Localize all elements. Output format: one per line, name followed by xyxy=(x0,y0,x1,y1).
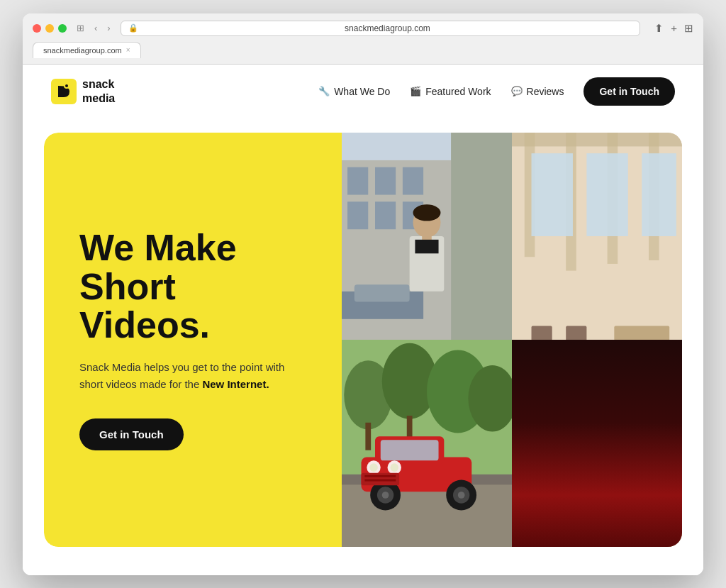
url-text: snackmediagroup.com xyxy=(143,23,633,33)
tab-bar: snackmediagroup.com × xyxy=(33,42,693,58)
svg-point-51 xyxy=(382,492,389,499)
svg-rect-13 xyxy=(354,284,410,301)
hero-image-dark xyxy=(512,340,682,547)
nav-reviews-label: Reviews xyxy=(527,86,564,97)
forward-button[interactable]: › xyxy=(104,21,113,35)
active-tab[interactable]: snackmediagroup.com × xyxy=(33,42,141,58)
film-icon: 🎬 xyxy=(410,86,421,96)
wrench-icon: 🔧 xyxy=(318,86,330,96)
svg-point-56 xyxy=(369,463,378,472)
maximize-window-button[interactable] xyxy=(58,24,67,33)
hero-section: We Make Short Videos. Snack Media helps … xyxy=(23,118,703,575)
hero-left-panel: We Make Short Videos. Snack Media helps … xyxy=(44,133,342,547)
svg-rect-31 xyxy=(586,153,627,236)
svg-rect-5 xyxy=(347,167,368,194)
tab-close-button[interactable]: × xyxy=(126,46,130,54)
svg-point-2 xyxy=(65,84,68,87)
hero-image-person xyxy=(342,133,512,340)
hero-image-grid xyxy=(342,133,682,547)
navigation: snack media 🔧 What We Do 🎬 Featured Work… xyxy=(23,65,703,118)
svg-rect-32 xyxy=(642,153,676,236)
svg-point-54 xyxy=(458,492,465,499)
svg-rect-11 xyxy=(451,133,512,340)
logo-text: snack media xyxy=(82,77,115,104)
svg-rect-60 xyxy=(364,475,396,477)
tab-label: snackmediagroup.com xyxy=(43,46,122,55)
hero-inner: We Make Short Videos. Snack Media helps … xyxy=(44,133,682,547)
lock-icon: 🔒 xyxy=(128,23,138,33)
svg-rect-42 xyxy=(365,422,371,450)
svg-rect-61 xyxy=(364,479,396,481)
nav-what-we-do-label: What We Do xyxy=(334,86,390,97)
svg-point-15 xyxy=(413,204,441,221)
share-button[interactable]: ⬆ xyxy=(654,22,664,35)
hero-image-car xyxy=(342,340,512,547)
hero-headline: We Make Short Videos. xyxy=(79,228,306,345)
hero-cta-button[interactable]: Get in Touch xyxy=(79,418,184,450)
browser-right-actions: ⬆ + ⊞ xyxy=(654,22,693,35)
minimize-window-button[interactable] xyxy=(45,24,54,33)
svg-rect-8 xyxy=(347,201,368,229)
chat-icon: 💬 xyxy=(511,86,523,96)
svg-point-58 xyxy=(390,463,398,472)
svg-rect-7 xyxy=(403,167,423,194)
back-button[interactable]: ‹ xyxy=(91,21,100,35)
svg-rect-6 xyxy=(375,167,396,194)
hero-subtext: Snack Media helps you get to the point w… xyxy=(79,359,292,393)
sidebar-toggle-button[interactable]: ⊞ xyxy=(74,21,87,35)
logo[interactable]: snack media xyxy=(51,77,115,104)
nav-featured-work[interactable]: 🎬 Featured Work xyxy=(410,86,491,97)
svg-rect-18 xyxy=(415,239,438,253)
svg-rect-9 xyxy=(375,201,396,229)
svg-rect-30 xyxy=(532,153,573,236)
site-content: snack media 🔧 What We Do 🎬 Featured Work… xyxy=(23,65,703,575)
nav-reviews[interactable]: 💬 Reviews xyxy=(511,86,564,97)
hero-subtext-bold: New Internet. xyxy=(202,378,269,390)
nav-links: 🔧 What We Do 🎬 Featured Work 💬 Reviews G… xyxy=(318,77,675,106)
nav-what-we-do[interactable]: 🔧 What We Do xyxy=(318,86,390,97)
address-bar[interactable]: 🔒 snackmediagroup.com xyxy=(121,21,641,36)
browser-window: ⊞ ‹ › 🔒 snackmediagroup.com ⬆ + ⊞ snackm… xyxy=(23,13,703,575)
logo-icon xyxy=(51,79,77,104)
nav-featured-work-label: Featured Work xyxy=(425,86,491,97)
traffic-lights xyxy=(33,24,67,33)
browser-chrome: ⊞ ‹ › 🔒 snackmediagroup.com ⬆ + ⊞ snackm… xyxy=(23,13,703,65)
close-window-button[interactable] xyxy=(33,24,41,33)
new-tab-button[interactable]: + xyxy=(671,22,677,34)
browser-controls: ⊞ ‹ › xyxy=(74,21,113,35)
nav-cta-button[interactable]: Get in Touch xyxy=(583,77,675,106)
svg-rect-48 xyxy=(381,440,439,460)
grid-button[interactable]: ⊞ xyxy=(684,22,693,35)
